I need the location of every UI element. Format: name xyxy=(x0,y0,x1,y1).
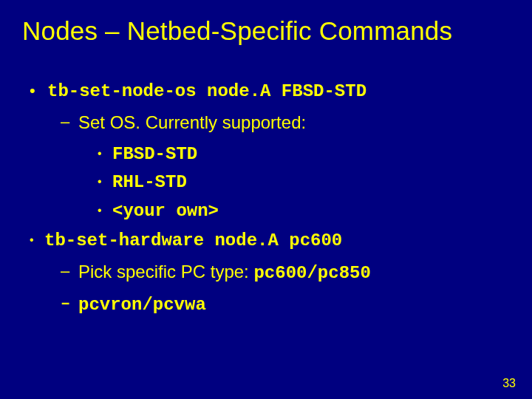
page-number: 33 xyxy=(502,377,516,390)
code-text: RHL-STD xyxy=(112,171,502,194)
bullet-item: – Set OS. Currently supported: xyxy=(61,111,502,134)
bullet-dash-icon: – xyxy=(61,260,78,282)
bullet-item: – Pick specific PC type: pc600/pc850 xyxy=(61,260,502,285)
bullet-item: • <your own> xyxy=(98,200,502,223)
bullet-dot-icon: • xyxy=(98,143,112,165)
slide-body: • tb-set-node-os node.A FBSD-STD – Set O… xyxy=(30,80,502,324)
bullet-item: – pcvron/pcvwa xyxy=(61,293,502,317)
slide-title: Nodes – Netbed-Specific Commands xyxy=(22,16,510,46)
bullet-item: • RHL-STD xyxy=(98,171,502,194)
bullet-dot-icon: • xyxy=(30,229,44,251)
code-text: pcvron/pcvwa xyxy=(78,293,502,317)
bullet-item: • tb-set-node-os node.A FBSD-STD xyxy=(30,80,502,103)
item-text: Pick specific PC type: pc600/pc850 xyxy=(78,260,502,285)
code-text: FBSD-STD xyxy=(112,143,502,166)
item-text: Set OS. Currently supported: xyxy=(78,111,502,134)
code-text: <your own> xyxy=(112,200,502,223)
command-text: tb-set-hardware node.A pc600 xyxy=(44,229,502,253)
bullet-item: • FBSD-STD xyxy=(98,143,502,166)
bullet-dash-icon: – xyxy=(61,111,78,133)
bullet-dot-icon: • xyxy=(30,80,47,102)
bullet-dash-icon: – xyxy=(61,293,78,316)
bullet-item: • tb-set-hardware node.A pc600 xyxy=(30,229,502,253)
code-text: pc600/pc850 xyxy=(253,263,370,283)
bullet-dot-icon: • xyxy=(98,200,112,222)
slide: Nodes – Netbed-Specific Commands • tb-se… xyxy=(0,0,532,399)
item-text-pre: Pick specific PC type: xyxy=(78,262,253,282)
bullet-dot-icon: • xyxy=(98,171,112,193)
command-text: tb-set-node-os node.A FBSD-STD xyxy=(47,80,502,103)
